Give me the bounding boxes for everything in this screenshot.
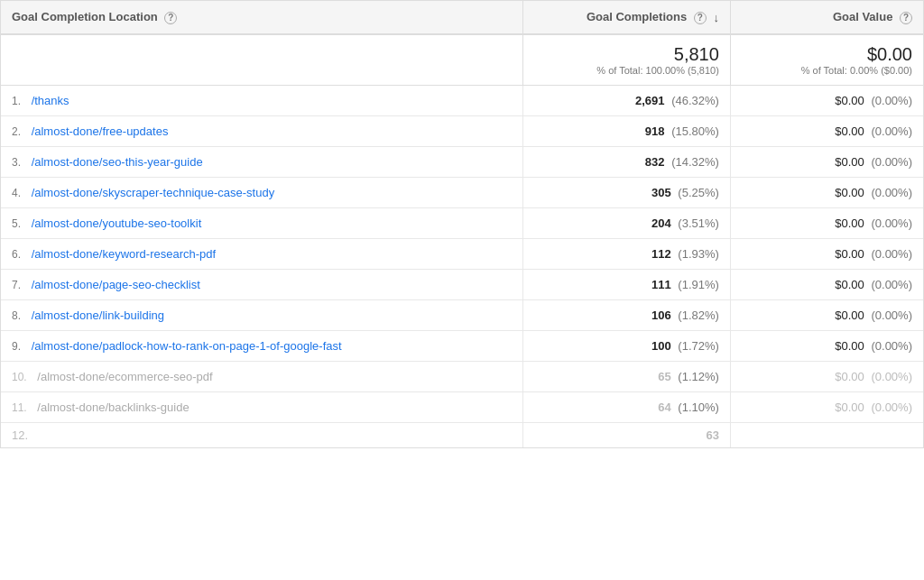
column-header-value: Goal Value ? bbox=[730, 1, 923, 34]
totals-completions-main: 5,810 bbox=[534, 44, 719, 65]
help-icon-value[interactable]: ? bbox=[900, 12, 912, 24]
value-pct: (0.00%) bbox=[871, 339, 912, 353]
location-link[interactable]: /almost-done/ecommerce-seo-pdf bbox=[37, 370, 212, 383]
location-cell: 5. /almost-done/youtube-seo-toolkit bbox=[1, 208, 523, 239]
location-cell: 7. /almost-done/page-seo-checklist bbox=[1, 270, 523, 300]
table-row: 1. /thanks 2,691 (46.32%) $0.00 (0.00%) bbox=[1, 86, 923, 116]
value-pct: (0.00%) bbox=[871, 216, 912, 230]
sort-icon-completions[interactable]: ↓ bbox=[713, 11, 719, 24]
completions-main: 305 bbox=[651, 186, 671, 199]
completions-pct: (1.12%) bbox=[678, 370, 719, 383]
location-link[interactable]: /almost-done/youtube-seo-toolkit bbox=[32, 216, 202, 230]
completions-pct: (1.72%) bbox=[678, 339, 719, 353]
value-cell: $0.00 (0.00%) bbox=[730, 178, 923, 208]
value-pct: (0.00%) bbox=[871, 400, 912, 414]
table-row: 4. /almost-done/skyscraper-technique-cas… bbox=[1, 178, 923, 208]
value-cell: $0.00 (0.00%) bbox=[730, 239, 923, 270]
location-link[interactable]: /almost-done/keyword-research-pdf bbox=[32, 247, 216, 261]
row-number: 2. bbox=[12, 125, 21, 138]
row-number: 7. bbox=[12, 279, 21, 291]
location-link[interactable]: /almost-done/page-seo-checklist bbox=[32, 278, 200, 291]
partial-completions-main: 63 bbox=[706, 428, 718, 442]
value-pct: (0.00%) bbox=[871, 278, 912, 291]
row-number: 3. bbox=[12, 156, 21, 169]
table-row: 11. /almost-done/backlinks-guide 64 (1.1… bbox=[1, 392, 923, 423]
table-row: 7. /almost-done/page-seo-checklist 111 (… bbox=[1, 270, 923, 300]
location-link[interactable]: /almost-done/free-updates bbox=[32, 124, 169, 138]
row-number: 10. bbox=[12, 371, 27, 383]
row-number: 6. bbox=[12, 248, 21, 261]
row-number: 1. bbox=[12, 95, 21, 107]
value-cell: $0.00 (0.00%) bbox=[730, 208, 923, 239]
completions-main: 204 bbox=[651, 216, 671, 230]
location-link[interactable]: /almost-done/padlock-how-to-rank-on-page… bbox=[32, 339, 342, 353]
value-main: $0.00 bbox=[835, 186, 864, 199]
value-pct: (0.00%) bbox=[871, 155, 912, 169]
row-number: 9. bbox=[12, 340, 21, 353]
value-main: $0.00 bbox=[835, 339, 864, 353]
completions-cell: 204 (3.51%) bbox=[523, 208, 731, 239]
partial-row: 12. 63 bbox=[1, 423, 923, 448]
table-row: 8. /almost-done/link-building 106 (1.82%… bbox=[1, 300, 923, 331]
column-header-location: Goal Completion Location ? bbox=[1, 1, 523, 34]
value-main: $0.00 bbox=[835, 278, 864, 291]
value-main: $0.00 bbox=[835, 124, 864, 138]
completions-main: 918 bbox=[645, 124, 665, 138]
completions-main: 2,691 bbox=[635, 94, 665, 107]
column-value-label: Goal Value bbox=[833, 10, 892, 23]
partial-num: 12. bbox=[12, 428, 28, 442]
completions-pct: (1.82%) bbox=[678, 308, 719, 322]
location-link[interactable]: /almost-done/skyscraper-technique-case-s… bbox=[32, 186, 275, 199]
value-pct: (0.00%) bbox=[871, 124, 912, 138]
completions-pct: (3.51%) bbox=[678, 216, 719, 230]
location-link[interactable]: /almost-done/backlinks-guide bbox=[37, 400, 189, 414]
completions-cell: 111 (1.91%) bbox=[523, 270, 731, 300]
value-pct: (0.00%) bbox=[871, 247, 912, 261]
table-row: 6. /almost-done/keyword-research-pdf 112… bbox=[1, 239, 923, 270]
completions-pct: (1.93%) bbox=[678, 247, 719, 261]
value-pct: (0.00%) bbox=[871, 370, 912, 383]
completions-cell: 832 (14.32%) bbox=[523, 147, 731, 178]
row-number: 4. bbox=[12, 187, 21, 199]
value-cell: $0.00 (0.00%) bbox=[730, 392, 923, 423]
completions-cell: 65 (1.12%) bbox=[523, 362, 731, 392]
completions-pct: (5.25%) bbox=[678, 186, 719, 199]
location-link[interactable]: /thanks bbox=[32, 94, 69, 107]
location-cell: 1. /thanks bbox=[1, 86, 523, 116]
completions-pct: (1.10%) bbox=[678, 400, 719, 414]
completions-pct: (1.91%) bbox=[678, 278, 719, 291]
value-cell: $0.00 (0.00%) bbox=[730, 331, 923, 362]
value-main: $0.00 bbox=[835, 370, 864, 383]
value-pct: (0.00%) bbox=[871, 308, 912, 322]
totals-value: $0.00 % of Total: 0.00% ($0.00) bbox=[730, 34, 923, 86]
completions-cell: 2,691 (46.32%) bbox=[523, 86, 731, 116]
location-cell: 4. /almost-done/skyscraper-technique-cas… bbox=[1, 178, 523, 208]
totals-row: 5,810 % of Total: 100.00% (5,810) $0.00 … bbox=[1, 34, 923, 86]
value-cell: $0.00 (0.00%) bbox=[730, 86, 923, 116]
value-cell: $0.00 (0.00%) bbox=[730, 116, 923, 147]
completions-main: 65 bbox=[658, 370, 670, 383]
location-cell: 10. /almost-done/ecommerce-seo-pdf bbox=[1, 362, 523, 392]
value-pct: (0.00%) bbox=[871, 94, 912, 107]
value-main: $0.00 bbox=[835, 308, 864, 322]
table-row: 5. /almost-done/youtube-seo-toolkit 204 … bbox=[1, 208, 923, 239]
help-icon-location[interactable]: ? bbox=[164, 12, 177, 24]
completions-main: 112 bbox=[651, 247, 671, 261]
completions-main: 832 bbox=[645, 155, 665, 169]
completions-cell: 305 (5.25%) bbox=[523, 178, 731, 208]
value-main: $0.00 bbox=[835, 94, 864, 107]
completions-cell: 106 (1.82%) bbox=[523, 300, 731, 331]
location-cell: 11. /almost-done/backlinks-guide bbox=[1, 392, 523, 423]
partial-location: 12. bbox=[1, 423, 523, 448]
table-row: 2. /almost-done/free-updates 918 (15.80%… bbox=[1, 116, 923, 147]
completions-main: 64 bbox=[658, 400, 670, 414]
totals-completions-sub: % of Total: 100.00% (5,810) bbox=[534, 65, 719, 76]
row-number: 11. bbox=[12, 401, 27, 414]
location-cell: 8. /almost-done/link-building bbox=[1, 300, 523, 331]
location-link[interactable]: /almost-done/link-building bbox=[32, 308, 164, 322]
column-header-completions: Goal Completions ? ↓ bbox=[523, 1, 731, 34]
completions-pct: (14.32%) bbox=[671, 155, 719, 169]
location-link[interactable]: /almost-done/seo-this-year-guide bbox=[32, 155, 203, 169]
row-number: 5. bbox=[12, 217, 21, 230]
help-icon-completions[interactable]: ? bbox=[694, 12, 707, 24]
